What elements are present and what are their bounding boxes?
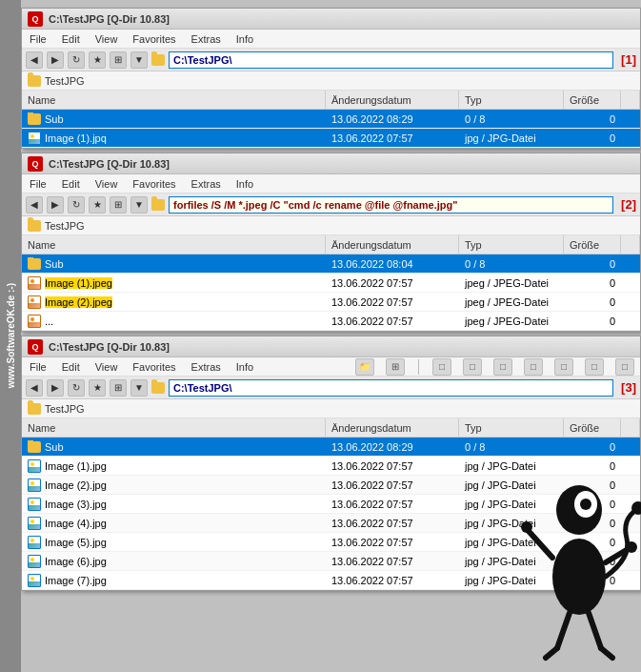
col-name-2[interactable]: Name	[22, 235, 326, 254]
col-date-3[interactable]: Änderungsdatum	[326, 418, 459, 437]
menu-view-3[interactable]: View	[93, 361, 120, 373]
file-name-cell: Image (7).jpg	[22, 573, 326, 588]
svg-line-4	[527, 529, 552, 558]
star-btn-3[interactable]: ★	[89, 379, 106, 397]
menu-info-2[interactable]: Info	[234, 178, 255, 190]
refresh-btn-2[interactable]: ↻	[68, 196, 85, 214]
dropdown-btn-1[interactable]: ▼	[130, 51, 148, 69]
file-date-cell: 13.06.2022 07:57	[326, 315, 459, 328]
col-size-1[interactable]: Größe	[564, 91, 621, 109]
menu-favorites-2[interactable]: Favorites	[130, 178, 177, 190]
star-btn-1[interactable]: ★	[89, 51, 106, 69]
file-name: Image (4).jpg	[45, 518, 107, 529]
tb-btn-grid[interactable]: ⊞	[386, 358, 405, 376]
file-name: Image (1).jpeg	[45, 277, 112, 289]
file-extra-cell	[621, 263, 640, 265]
star-btn-2[interactable]: ★	[89, 196, 106, 214]
menu-view-2[interactable]: View	[93, 178, 120, 190]
menu-bar-1: File Edit View Favorites Extras Info	[22, 30, 640, 49]
file-type-cell: jpeg / JPEG-Datei	[459, 315, 564, 328]
table-row[interactable]: Image (2).jpeg 13.06.2022 07:57 jpeg / J…	[22, 293, 640, 312]
tb-btn-4[interactable]: □	[524, 358, 543, 376]
menu-edit-2[interactable]: Edit	[60, 178, 82, 190]
breadcrumb-folder-icon-3	[28, 403, 41, 415]
file-list-2: Name Änderungsdatum Typ Größe Sub 13.06.…	[22, 235, 640, 331]
col-type-2[interactable]: Typ	[459, 235, 564, 254]
tb-btn-2[interactable]: □	[463, 358, 482, 376]
file-size-cell: 0	[564, 112, 621, 126]
file-size-cell: 0	[564, 257, 621, 271]
col-size-2[interactable]: Größe	[564, 235, 621, 254]
address-bar-2: ◀ ▶ ↻ ★ ⊞ ▼ [2]	[22, 193, 640, 216]
file-date-cell: 13.06.2022 07:57	[326, 517, 459, 530]
tb-btn-folder[interactable]: 📁	[355, 358, 374, 376]
refresh-btn-1[interactable]: ↻	[68, 51, 85, 69]
col-date-1[interactable]: Änderungsdatum	[326, 91, 459, 109]
dropdown-btn-2[interactable]: ▼	[130, 196, 148, 214]
file-date-cell: 13.06.2022 07:57	[326, 295, 459, 309]
menu-extras-2[interactable]: Extras	[190, 178, 223, 190]
menu-view-1[interactable]: View	[93, 33, 120, 45]
table-row[interactable]: ... 13.06.2022 07:57 jpeg / JPEG-Datei 0	[22, 312, 640, 331]
col-extra-2	[621, 235, 640, 254]
menu-favorites-3[interactable]: Favorites	[130, 361, 177, 373]
jpeg-icon	[28, 295, 41, 309]
address-input-3[interactable]	[169, 379, 613, 397]
refresh-btn-3[interactable]: ↻	[68, 379, 85, 397]
file-name-cell: ...	[22, 314, 326, 329]
file-date-cell: 13.06.2022 08:04	[326, 257, 459, 271]
file-name: ...	[45, 316, 53, 327]
grid-btn-2[interactable]: ⊞	[110, 196, 127, 214]
tb-btn-1[interactable]: □	[432, 358, 451, 376]
tb-btn-7[interactable]: □	[615, 358, 634, 376]
back-btn-3[interactable]: ◀	[26, 379, 43, 397]
image-icon	[28, 574, 41, 587]
dropdown-btn-3[interactable]: ▼	[130, 379, 148, 397]
menu-bar-2: File Edit View Favorites Extras Info	[22, 174, 640, 193]
back-btn-1[interactable]: ◀	[26, 51, 43, 69]
forward-btn-1[interactable]: ▶	[47, 51, 64, 69]
grid-btn-1[interactable]: ⊞	[110, 51, 127, 69]
table-row[interactable]: Sub 13.06.2022 08:04 0 / 8 0	[22, 255, 640, 274]
menu-info-3[interactable]: Info	[234, 361, 255, 373]
back-btn-2[interactable]: ◀	[26, 196, 43, 214]
menu-file-2[interactable]: File	[28, 178, 49, 190]
col-date-2[interactable]: Änderungsdatum	[326, 235, 459, 254]
table-row[interactable]: Image (1).jpeg 13.06.2022 07:57 jpeg / J…	[22, 274, 640, 293]
file-extra-cell	[621, 282, 640, 284]
col-name-1[interactable]: Name	[22, 91, 326, 109]
menu-file-1[interactable]: File	[28, 33, 49, 45]
file-date-cell: 13.06.2022 07:57	[326, 276, 459, 290]
menu-edit-3[interactable]: Edit	[60, 361, 82, 373]
watermark-text: www.SoftwareOK.de :-)	[6, 283, 16, 388]
menu-extras-1[interactable]: Extras	[190, 33, 223, 45]
file-name: Image (5).jpg	[45, 537, 107, 548]
file-date-cell: 13.06.2022 07:57	[326, 574, 459, 587]
svg-point-5	[521, 521, 532, 533]
col-name-3[interactable]: Name	[22, 418, 326, 437]
file-name: Image (2).jpg	[45, 479, 107, 491]
table-row[interactable]: Sub 13.06.2022 08:29 0 / 8 0	[22, 110, 640, 129]
tb-btn-6[interactable]: □	[585, 358, 604, 376]
file-name: Image (6).jpg	[45, 556, 107, 567]
menu-extras-3[interactable]: Extras	[190, 361, 223, 373]
grid-btn-3[interactable]: ⊞	[110, 379, 127, 397]
menu-edit-1[interactable]: Edit	[60, 33, 82, 45]
col-type-1[interactable]: Typ	[459, 91, 564, 109]
tb-btn-5[interactable]: □	[554, 358, 573, 376]
jpeg-icon	[28, 315, 41, 328]
menu-info-1[interactable]: Info	[234, 33, 255, 45]
address-input-1[interactable]	[169, 51, 613, 69]
file-name-cell: Image (1).jpeg	[22, 275, 326, 291]
address-input-2[interactable]	[169, 196, 613, 214]
window-1: C:\TestJPG [Q-Dir 10.83] File Edit View …	[21, 8, 641, 149]
menu-favorites-1[interactable]: Favorites	[130, 33, 177, 45]
table-row[interactable]: Image (1).jpq 13.06.2022 07:57 jpg / JPG…	[22, 129, 640, 148]
forward-btn-2[interactable]: ▶	[47, 196, 64, 214]
tb-btn-3[interactable]: □	[493, 358, 512, 376]
forward-btn-3[interactable]: ▶	[47, 379, 64, 397]
file-name: Image (3).jpg	[45, 499, 107, 510]
folder-icon	[28, 258, 41, 270]
menu-file-3[interactable]: File	[28, 361, 49, 373]
menu-bar-3: File Edit View Favorites Extras Info 📁 ⊞…	[22, 357, 640, 377]
